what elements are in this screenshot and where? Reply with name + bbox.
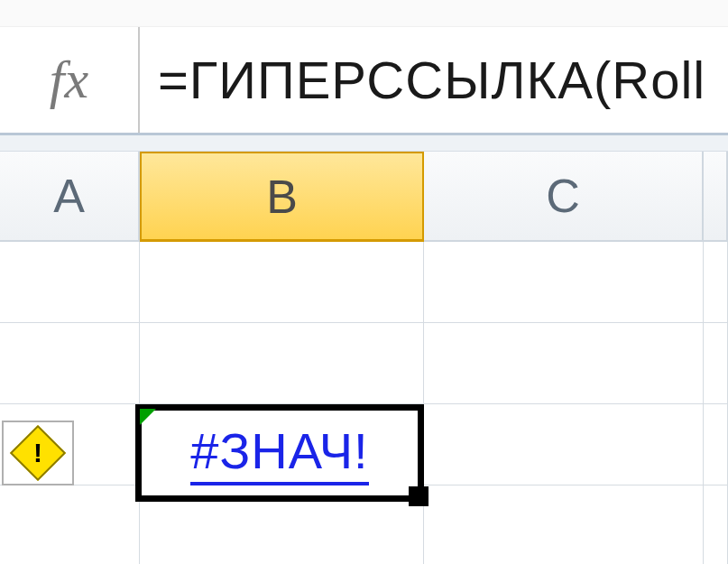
cell[interactable]	[0, 485, 140, 564]
insert-function-button[interactable]: fx	[0, 27, 140, 133]
active-cell[interactable]: #ЗНАЧ!	[135, 404, 424, 502]
active-cell-value: #ЗНАЧ!	[190, 421, 368, 485]
formula-bar: fx =ГИПЕРССЫЛКА(Roll	[0, 27, 728, 135]
formula-bar-divider	[0, 135, 728, 152]
cell[interactable]	[424, 323, 704, 404]
column-header-b[interactable]: B	[140, 152, 424, 242]
warning-glyph: !	[33, 438, 42, 468]
cell[interactable]	[424, 404, 704, 485]
formula-input[interactable]: =ГИПЕРССЫЛКА(Roll	[140, 27, 728, 133]
cell[interactable]	[0, 323, 140, 404]
grid-row	[0, 242, 728, 323]
cell[interactable]	[424, 242, 704, 323]
fx-icon: fx	[50, 49, 88, 111]
menu-strip	[0, 0, 728, 27]
cell[interactable]	[0, 242, 140, 323]
column-header-a[interactable]: A	[0, 152, 140, 242]
cell[interactable]	[140, 242, 424, 323]
column-header-c[interactable]: C	[424, 152, 704, 242]
cell[interactable]	[704, 323, 728, 404]
cell[interactable]	[704, 404, 728, 485]
error-smart-tag[interactable]: !	[2, 421, 74, 485]
grid-row	[0, 323, 728, 404]
error-indicator-triangle	[140, 409, 156, 425]
cell[interactable]	[704, 485, 728, 564]
cell[interactable]	[704, 242, 728, 323]
cell[interactable]	[140, 323, 424, 404]
worksheet-grid[interactable]: ! #ЗНАЧ!	[0, 242, 728, 564]
warning-diamond-icon: !	[10, 425, 66, 481]
cell[interactable]	[424, 485, 704, 564]
fill-handle[interactable]	[409, 486, 429, 506]
column-header-d[interactable]	[704, 152, 728, 242]
formula-text: =ГИПЕРССЫЛКА(Roll	[158, 50, 705, 110]
column-headers: A B C	[0, 152, 728, 242]
